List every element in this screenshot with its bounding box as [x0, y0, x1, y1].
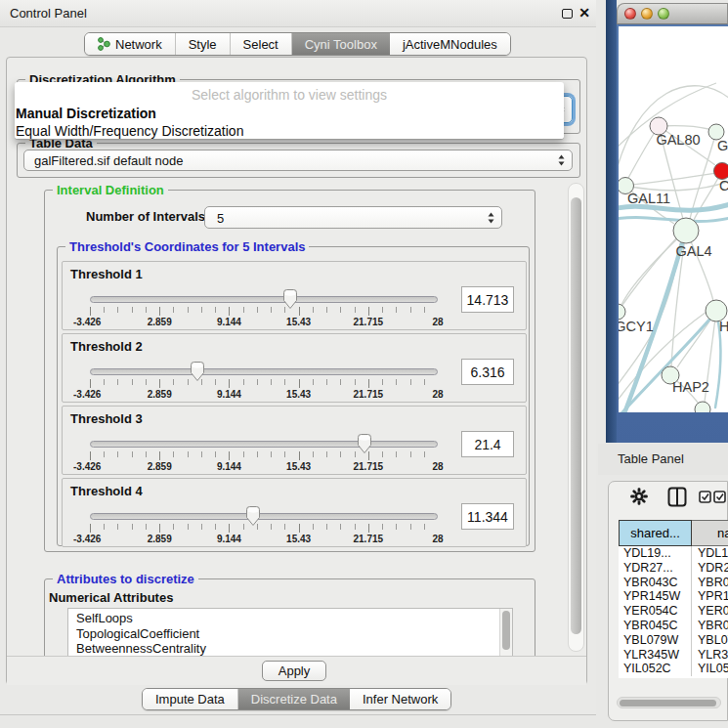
table-row[interactable]: YBR045CYBR045C [619, 619, 728, 633]
number-of-intervals-combobox[interactable]: 5 [204, 206, 502, 229]
numerical-attributes-list[interactable]: SelfLoopsTopologicalCoefficientBetweenne… [67, 608, 513, 658]
network-node-label: GA [717, 138, 728, 153]
threshold-value-input[interactable]: 6.316 [461, 359, 514, 385]
close-icon[interactable]: ✕ [578, 5, 590, 21]
column-header-shared-name[interactable]: shared... [619, 520, 692, 546]
cell-name[interactable]: YBL079W [692, 633, 728, 648]
interval-definition-title: Interval Definition [53, 183, 168, 197]
apply-button[interactable]: Apply [262, 661, 326, 681]
algorithm-option-manual-discretization[interactable]: Manual Discretization [16, 106, 156, 121]
table-row[interactable]: YER054CYER054C [619, 604, 728, 619]
table-row[interactable]: YDR27...YDR27... [619, 561, 728, 576]
slider-track[interactable] [90, 296, 438, 303]
cell-name[interactable]: YBR043C [692, 576, 728, 590]
network-node[interactable] [714, 163, 728, 180]
network-window-frame: GAL80GACGAL11GAL4GCY1HHAP2 [617, 24, 728, 443]
cell-name[interactable]: YDL19... [692, 546, 728, 561]
gear-icon[interactable] [630, 488, 648, 505]
tab-network[interactable]: Network [85, 33, 176, 55]
cell-shared-name[interactable]: YDR27... [619, 561, 692, 576]
algorithm-option-equal-width-frequency-discretization[interactable]: Equal Width/Frequency Discretization [16, 123, 243, 139]
tab-discretize-data[interactable]: Discretize Data [238, 689, 350, 709]
cell-name[interactable]: YBR045C [692, 619, 728, 633]
slider-thumb[interactable] [189, 361, 206, 382]
tab-jactivemnodules[interactable]: jActiveMNodules [390, 33, 510, 55]
slider-tick-label: 15.43 [286, 317, 311, 327]
control-panel-titlebar: Control Panel ✕ [0, 0, 596, 27]
table-panel-bar: Table Panel [598, 444, 728, 475]
threshold-value-input[interactable]: 21.4 [461, 431, 514, 457]
cell-shared-name[interactable]: YBR043C [619, 576, 692, 590]
slider-tick-label: 2.859 [148, 534, 172, 544]
slider-track[interactable] [90, 441, 438, 448]
network-canvas[interactable]: GAL80GACGAL11GAL4GCY1HHAP2 [619, 26, 728, 412]
column-header-name[interactable]: name [692, 520, 728, 546]
zoom-traffic-light-icon[interactable] [658, 8, 669, 20]
list-scrollbar-thumb[interactable] [502, 611, 510, 650]
slider-thumb[interactable] [244, 505, 262, 527]
cyni-toolbox-panel: Discretization Algorithm Table Data galF… [6, 57, 587, 685]
attributes-group: Attributes to discretize Numerical Attri… [44, 578, 535, 659]
minimize-traffic-light-icon[interactable] [641, 8, 653, 20]
attribute-item-topologicalcoefficient[interactable]: TopologicalCoefficient [68, 626, 512, 642]
float-window-icon[interactable] [562, 9, 573, 19]
tab-infer-network[interactable]: Infer Network [350, 689, 450, 709]
cell-shared-name[interactable]: YER054C [619, 604, 692, 619]
tab-style[interactable]: Style [176, 33, 231, 55]
table-row[interactable]: YBR043CYBR043C [619, 576, 728, 590]
slider-thumb[interactable] [281, 288, 299, 310]
cell-name[interactable]: YER054C [692, 604, 728, 619]
tab-impute-data[interactable]: Impute Data [143, 689, 238, 709]
cell-name[interactable]: YLR345W [692, 648, 728, 663]
bottom-tab-group: Impute DataDiscretize DataInfer Network [142, 688, 451, 710]
table-hscrollbar[interactable] [617, 697, 721, 708]
list-scrollbar[interactable] [499, 609, 512, 657]
cell-shared-name[interactable]: YIL052C [619, 662, 692, 676]
cell-shared-name[interactable]: YBL079W [619, 633, 692, 648]
columns-icon[interactable] [667, 487, 687, 507]
cell-shared-name[interactable]: YPR145W [619, 589, 692, 604]
threshold-slider[interactable]: -3.4262.8599.14415.4321.71528 [90, 334, 438, 404]
table-row[interactable]: YIL052CYIL052C [619, 662, 728, 676]
tab-label: Impute Data [155, 692, 225, 707]
table-row[interactable]: YPR145WYPR145W [619, 589, 728, 604]
settings-scrollbar[interactable] [568, 183, 584, 652]
slider-tick-label: -3.426 [73, 534, 101, 544]
algorithm-popup-hint: Select algorithm to view settings [15, 87, 564, 103]
slider-track[interactable] [90, 368, 438, 375]
table-data-combobox[interactable]: galFiltered.sif default node [23, 150, 573, 171]
threshold-slider[interactable]: -3.4262.8599.14415.4321.71528 [90, 479, 438, 548]
checkboxes-icon[interactable] [699, 491, 728, 504]
network-node[interactable] [673, 218, 699, 243]
slider-tick-label: 21.715 [354, 534, 384, 544]
threshold-value-input[interactable]: 11.344 [461, 503, 514, 530]
threshold-value-input[interactable]: 14.713 [461, 286, 514, 313]
slider-track[interactable] [90, 513, 438, 520]
network-node[interactable] [695, 402, 710, 412]
number-of-intervals-value: 5 [217, 207, 224, 230]
network-node[interactable] [619, 304, 625, 320]
cell-shared-name[interactable]: YBR045C [619, 619, 692, 633]
network-icon [98, 37, 110, 51]
tab-select[interactable]: Select [231, 33, 292, 55]
table-row[interactable]: YBL079WYBL079W [619, 633, 728, 648]
node-table[interactable]: shared... name YDL19...YDL19...YDR27...Y… [619, 520, 728, 678]
cell-name[interactable]: YIL052C [692, 662, 728, 676]
threshold-slider[interactable]: -3.4262.8599.14415.4321.71528 [90, 407, 438, 476]
table-hscrollbar-thumb[interactable] [620, 700, 716, 707]
tab-cyni-toolbox[interactable]: Cyni Toolbox [292, 33, 390, 55]
cell-name[interactable]: YDR27... [692, 561, 728, 576]
cell-shared-name[interactable]: YLR345W [619, 648, 692, 663]
settings-scrollbar-thumb[interactable] [571, 197, 581, 634]
screen: Control Panel ✕ NetworkStyleSelectCyni T… [0, 0, 728, 728]
attribute-item-betweennesscentrality[interactable]: BetweennessCentrality [68, 641, 512, 657]
cell-name[interactable]: YPR145W [692, 589, 728, 604]
table-row[interactable]: YDL19...YDL19... [619, 546, 728, 561]
attribute-item-selfloops[interactable]: SelfLoops [68, 609, 512, 626]
table-row[interactable]: YLR345WYLR345W [619, 648, 728, 663]
network-window-titlebar[interactable] [617, 3, 728, 24]
cell-shared-name[interactable]: YDL19... [619, 546, 692, 561]
close-traffic-light-icon[interactable] [624, 8, 636, 20]
slider-thumb[interactable] [356, 433, 373, 454]
threshold-slider[interactable]: -3.4262.8599.14415.4321.71528 [90, 262, 438, 331]
